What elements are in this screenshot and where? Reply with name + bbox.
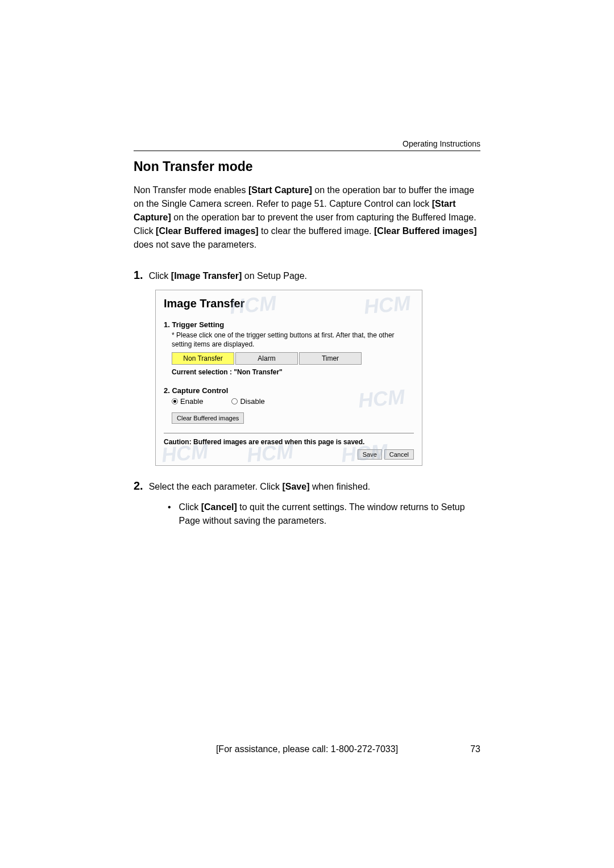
clear-buffered-button[interactable]: Clear Buffered images xyxy=(172,412,244,424)
trigger-note: * Please click one of the trigger settin… xyxy=(172,331,414,349)
step-number: 2. xyxy=(134,479,143,493)
step-text: when finished. xyxy=(310,482,371,491)
non-transfer-button[interactable]: Non Transfer xyxy=(172,352,234,365)
bullet-text: Click [Cancel] to quit the current setti… xyxy=(179,500,480,528)
step-2-text: Select the each parameter. Click [Save] … xyxy=(149,480,371,494)
intro-bold-4: [Clear Buffered images] xyxy=(374,226,477,236)
step-2: 2. Select the each parameter. Click [Sav… xyxy=(134,479,480,494)
trigger-button-row: Non Transfer Alarm Timer xyxy=(172,352,414,365)
timer-button[interactable]: Timer xyxy=(299,352,362,365)
disable-radio[interactable]: Disable xyxy=(231,397,264,406)
ui-screenshot: HCM HCM HCM HCM HCM HCM Image Transfer 1… xyxy=(155,290,422,466)
alarm-button[interactable]: Alarm xyxy=(235,352,298,365)
footer-assistance: [For assistance, please call: 1-800-272-… xyxy=(156,744,458,754)
bullet-item: • Click [Cancel] to quit the current set… xyxy=(168,500,480,528)
intro-bold-1: [Start Capture] xyxy=(248,185,312,195)
capture-radio-row: Enable Disable xyxy=(172,397,414,406)
page-content: Non Transfer mode Non Transfer mode enab… xyxy=(0,0,614,528)
save-cancel-row: Save Cancel xyxy=(164,449,414,460)
radio-icon xyxy=(172,398,178,404)
cancel-button[interactable]: Cancel xyxy=(384,449,414,460)
step-number: 1. xyxy=(134,269,143,282)
bullet-dot: • xyxy=(168,500,171,528)
step-text: on Setup Page. xyxy=(242,271,307,281)
enable-radio[interactable]: Enable xyxy=(172,397,203,406)
ui-title: Image Transfer xyxy=(164,297,414,310)
step-bold: [Image Transfer] xyxy=(171,271,242,281)
enable-label: Enable xyxy=(180,397,203,406)
caution-text: Caution: Buffered images are erased when… xyxy=(164,438,414,446)
intro-bold-3: [Clear Buffered images] xyxy=(156,226,259,236)
intro-paragraph: Non Transfer mode enables [Start Capture… xyxy=(134,183,480,252)
step-text: Select the each parameter. Click xyxy=(149,482,283,491)
bullet-bold: [Cancel] xyxy=(201,502,237,512)
intro-text: to clear the buffered image. xyxy=(259,226,374,236)
step-bold: [Save] xyxy=(282,482,309,491)
disable-label: Disable xyxy=(240,397,264,406)
footer: [For assistance, please call: 1-800-272-… xyxy=(134,744,480,754)
intro-text: Non Transfer mode enables xyxy=(134,185,248,195)
save-button[interactable]: Save xyxy=(358,449,382,460)
bullet-pre: Click xyxy=(179,502,201,512)
trigger-setting-label: 1. Trigger Setting xyxy=(164,320,414,329)
bullet-list: • Click [Cancel] to quit the current set… xyxy=(168,500,480,528)
step-text: Click xyxy=(149,271,171,281)
section-title: Non Transfer mode xyxy=(134,159,480,174)
capture-control-label: 2. Capture Control xyxy=(164,386,414,395)
radio-icon xyxy=(231,398,238,404)
step-1: 1. Click [Image Transfer] on Setup Page. xyxy=(134,269,480,283)
divider xyxy=(164,433,414,433)
intro-text: does not save the parameters. xyxy=(134,240,256,249)
page-number: 73 xyxy=(458,744,480,754)
step-1-text: Click [Image Transfer] on Setup Page. xyxy=(149,269,307,283)
current-selection-label: Current selection : "Non Transfer" xyxy=(172,368,414,376)
